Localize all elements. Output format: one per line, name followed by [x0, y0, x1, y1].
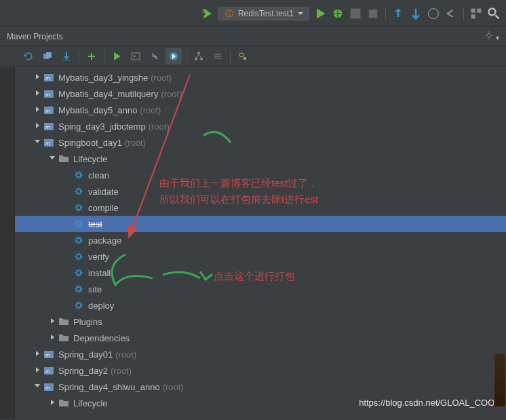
tree-row-install[interactable]: install	[15, 265, 506, 281]
tree-row-spring-day01[interactable]: mSpring_day01(root)	[15, 346, 506, 362]
svg-rect-6	[471, 8, 475, 12]
tree-row-compile[interactable]: compile	[15, 199, 506, 216]
gear-icon	[73, 170, 84, 180]
panel-title: Maven Projects	[7, 32, 63, 41]
separator	[230, 50, 231, 62]
search-icon[interactable]	[487, 7, 501, 20]
debug-button[interactable]	[331, 7, 345, 20]
svg-point-35	[77, 238, 81, 242]
maven-toolbar	[15, 46, 506, 66]
tree-row-spingboot-day1[interactable]: mSpingboot_day1(root)	[15, 134, 506, 151]
svg-point-38	[77, 287, 81, 291]
svg-rect-12	[46, 52, 52, 58]
expander-icon[interactable]	[34, 366, 42, 375]
vcs-commit-icon[interactable]	[409, 7, 423, 20]
svg-point-39	[77, 303, 81, 307]
tree-label: Mybatis_day4_mutilquery	[58, 89, 158, 99]
tree-label: Mybatis_day3_yingshe	[58, 73, 148, 83]
tree-suffix: (root)	[115, 349, 136, 360]
expander-icon[interactable]	[34, 106, 42, 114]
tree-row-lifecycle[interactable]: Lifecycle	[15, 151, 506, 167]
tree-row-clean[interactable]: clean	[15, 167, 506, 183]
svg-point-36	[77, 254, 81, 259]
tree-suffix: (root)	[140, 105, 161, 115]
maven-project-tree[interactable]: mMybatis_day3_yingshe(root)mMybatis_day4…	[15, 66, 506, 414]
add-icon[interactable]	[83, 48, 100, 64]
tree-label: Lifecycle	[73, 154, 108, 164]
expander-icon[interactable]	[34, 138, 42, 147]
expander-icon[interactable]	[34, 90, 42, 98]
skip-tests-icon[interactable]	[166, 48, 182, 64]
tree-row-plugins[interactable]: Plugins	[15, 313, 506, 330]
expander-icon[interactable]	[49, 399, 57, 407]
expander-icon[interactable]	[49, 334, 57, 342]
expander-icon[interactable]	[49, 318, 57, 326]
svg-text:m: m	[45, 368, 50, 375]
no-expander	[64, 252, 72, 261]
tree-row-sping-day3-jdbctemp[interactable]: mSping_day3_jdbctemp(root)	[15, 118, 506, 134]
svg-point-20	[244, 57, 246, 60]
svg-rect-8	[471, 14, 475, 18]
undo-icon[interactable]	[444, 7, 458, 20]
run-maven-icon[interactable]	[109, 48, 125, 64]
tree-row-mybatis-day5-anno[interactable]: mMybatis_day5_anno(root)	[15, 102, 506, 118]
tree-suffix: (root)	[163, 382, 184, 392]
coverage-button[interactable]	[349, 7, 362, 20]
vcs-history-icon[interactable]	[427, 7, 440, 20]
tree-label: Spingboot_day1	[58, 138, 122, 148]
tree-row-verify[interactable]: verify	[15, 248, 506, 265]
svg-rect-7	[477, 8, 481, 12]
toggle-offline-icon[interactable]	[147, 48, 163, 64]
tree-row-test[interactable]: test	[15, 216, 506, 232]
svg-point-31	[77, 173, 81, 177]
tree-suffix: (root)	[111, 366, 132, 376]
gear-icon	[73, 218, 84, 229]
no-expander	[64, 285, 72, 293]
tree-row-dependencies[interactable]: Dependencies	[15, 330, 506, 346]
panel-settings-icon[interactable]: ▾	[484, 31, 499, 42]
tree-row-spring-day4-shiwu-anno[interactable]: mSpring_day4_shiwu_anno(root)	[15, 379, 506, 395]
tree-label: deploy	[88, 301, 114, 311]
tree-suffix: (root)	[149, 121, 170, 132]
watermark: https://blog.csdn.net/GLOAL_COOK	[359, 398, 501, 408]
generate-sources-icon[interactable]	[39, 48, 56, 64]
svg-point-33	[77, 206, 81, 210]
gear-icon	[73, 202, 84, 213]
svg-rect-13	[63, 60, 70, 60]
tree-row-spring-day2[interactable]: mSpring_day2(root)	[15, 362, 506, 379]
maven-settings-icon[interactable]	[235, 48, 251, 64]
gear-icon	[73, 186, 84, 197]
tree-row-package[interactable]: package	[15, 232, 506, 248]
stop-button[interactable]	[366, 7, 380, 20]
execute-goal-icon[interactable]	[128, 48, 144, 64]
svg-point-34	[77, 222, 81, 226]
expander-icon[interactable]	[49, 155, 57, 163]
tree-row-validate[interactable]: validate	[15, 183, 506, 199]
svg-text:m: m	[45, 140, 50, 147]
tree-label: validate	[88, 187, 119, 197]
expander-icon[interactable]	[34, 383, 42, 391]
expander-icon[interactable]	[34, 73, 42, 81]
download-icon[interactable]	[58, 48, 75, 64]
separator	[385, 7, 386, 20]
run-config-selector[interactable]: C RedisTest.test1	[218, 7, 309, 20]
vcs-update-icon[interactable]	[391, 7, 405, 20]
expander-icon[interactable]	[34, 350, 42, 358]
structure-icon[interactable]	[469, 7, 483, 20]
expander-icon[interactable]	[34, 122, 42, 130]
run-button[interactable]	[313, 7, 327, 20]
build-icon[interactable]: 10	[201, 7, 214, 20]
gear-icon	[73, 300, 84, 311]
tree-row-site[interactable]: site	[15, 281, 506, 297]
reimport-icon[interactable]	[20, 48, 37, 64]
maven-icon: m	[43, 88, 54, 99]
no-expander	[64, 187, 72, 195]
tree-label: Lifecycle	[73, 398, 108, 408]
tree-row-deploy[interactable]: deploy	[15, 297, 506, 313]
show-dependencies-icon[interactable]	[191, 48, 207, 64]
svg-text:10: 10	[201, 7, 207, 14]
collapse-all-icon[interactable]	[210, 48, 226, 64]
tree-row-mybatis-day4-mutilquery[interactable]: mMybatis_day4_mutilquery(root)	[15, 85, 506, 102]
tree-row-mybatis-day3-yingshe[interactable]: mMybatis_day3_yingshe(root)	[15, 69, 506, 85]
separator	[104, 50, 104, 62]
